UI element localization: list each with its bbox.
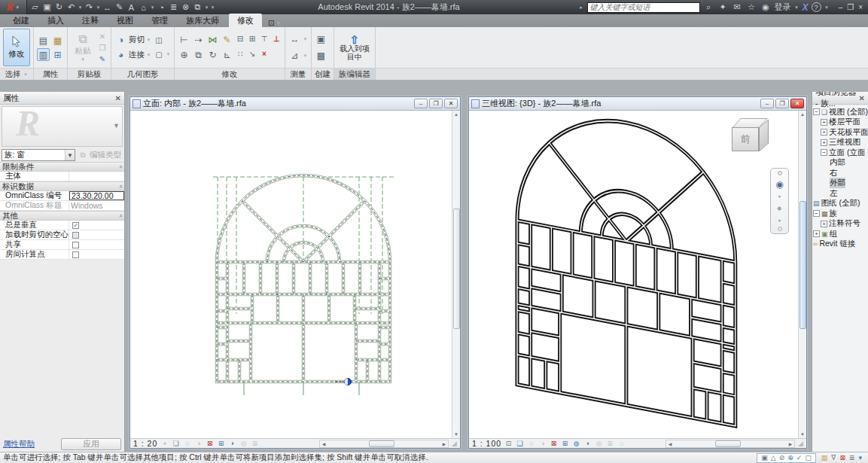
switch-windows-icon[interactable]: ⧉	[192, 1, 203, 14]
cut-voids-checkbox[interactable]	[72, 232, 79, 239]
property-row-omniclass-number[interactable]: OmniClass 编号 23.30.20.00	[0, 191, 124, 201]
tree-item-groups[interactable]: +▣组	[813, 229, 868, 239]
elevation-window-titlebar[interactable]: 立面: 内部 - 族2——幕墙.rfa – ❐ ✕	[130, 97, 460, 111]
modify-tool-button[interactable]: 修改	[3, 29, 30, 66]
restore-button[interactable]: ❐	[847, 3, 854, 11]
family-category-icon[interactable]: ▦	[51, 34, 64, 47]
temporary-hide-icon[interactable]: ◎	[595, 440, 603, 447]
properties-help-link[interactable]: 属性帮助	[3, 439, 35, 449]
solid-forms-icon[interactable]: ◫	[154, 35, 164, 45]
expand-expander[interactable]: +	[821, 129, 827, 136]
tree-item-3d-views[interactable]: +三维视图	[813, 138, 868, 148]
property-row-host[interactable]: 主体	[0, 172, 124, 181]
elevation-close-button[interactable]: ✕	[444, 99, 458, 108]
resize-grip[interactable]: ◢	[452, 440, 457, 447]
expand-expander[interactable]: +	[813, 230, 820, 237]
elevation-restore-button[interactable]: ❐	[429, 99, 443, 108]
3d-drawing-area[interactable]: 前 ◉ ▾ ⌖ ▾	[469, 111, 798, 438]
tree-item-annotation-symbols[interactable]: +注释符号	[813, 219, 868, 230]
tree-item-right[interactable]: 右	[813, 168, 868, 178]
steering-wheel-icon[interactable]: ◉	[775, 179, 783, 190]
help-caret[interactable]: ▾	[824, 5, 830, 11]
tree-item-views[interactable]: −❏视图 (全部)	[813, 107, 868, 117]
mirror-draw-axis-icon[interactable]: ✎	[221, 34, 233, 47]
detail-level-icon[interactable]: ▫	[160, 440, 169, 447]
select-by-face-icon[interactable]: ≣	[849, 454, 855, 461]
scroll-right-icon[interactable]: ▶	[440, 441, 448, 446]
expand-expander[interactable]: +	[821, 119, 827, 126]
scale-label[interactable]: 1 : 20	[133, 439, 157, 448]
split-with-gap-icon[interactable]: ⊞	[247, 34, 257, 44]
panel-label-create[interactable]: 创建	[312, 68, 333, 80]
copy-icon[interactable]: ❐	[97, 42, 108, 53]
dimension-icon[interactable]: ⊿	[288, 50, 301, 62]
filter-icon[interactable]: ▾	[858, 454, 862, 461]
panel-label-geometry[interactable]: 几何图形	[111, 68, 174, 80]
scroll-thumb[interactable]	[799, 201, 806, 329]
reveal-hidden-icon[interactable]: ◖	[228, 440, 236, 447]
tab-manage[interactable]: 管理	[143, 14, 176, 27]
crop-view-icon[interactable]: ⊠	[550, 440, 558, 447]
section-identity-data[interactable]: 标识数据 »	[0, 181, 124, 191]
join-geometry-button[interactable]: ◕ 连接▾	[114, 49, 151, 61]
user-icon[interactable]: ◉	[760, 1, 772, 14]
wheel-caret-icon[interactable]: ▾	[778, 193, 781, 199]
3d-vertical-scrollbar[interactable]: ▲ ▼	[798, 111, 806, 438]
collapse-icon[interactable]: »	[117, 184, 123, 187]
visual-style-icon[interactable]: ❏	[172, 440, 180, 447]
collapse-expander[interactable]: −	[813, 210, 820, 217]
tree-item-elevations[interactable]: −立面 (立面 1)	[813, 148, 868, 158]
property-row-omniclass-title[interactable]: OmniClass 标题 Windows	[0, 201, 124, 211]
elevation-horizontal-scrollbar[interactable]: ◀ ▶	[319, 440, 449, 448]
temporary-hide-icon[interactable]: ◎	[239, 440, 248, 447]
create-group-icon[interactable]: ▣	[315, 33, 327, 46]
view-cube-front-face[interactable]: 前	[732, 127, 759, 151]
rotate-icon[interactable]: ↻	[206, 49, 219, 62]
align-icon[interactable]: ⊢	[178, 34, 190, 47]
load-into-project-button[interactable]: ⇧ 载入到项目中	[337, 29, 372, 66]
mirror-pick-axis-icon[interactable]: ⋈	[206, 34, 219, 47]
panel-label-measure[interactable]: 测量	[285, 68, 311, 80]
exchange-apps-icon[interactable]: X	[803, 2, 809, 13]
tag-icon[interactable]: ✎	[114, 1, 125, 14]
copy-element-icon[interactable]: ⧉	[192, 49, 205, 62]
redo-icon[interactable]: ↷	[84, 1, 95, 14]
reveal-hidden-icon[interactable]: ◖	[583, 440, 592, 447]
sun-path-icon[interactable]: ☼	[527, 440, 535, 447]
properties-palette-icon[interactable]: ▤	[37, 34, 50, 47]
room-calc-point-checkbox[interactable]	[72, 251, 79, 258]
property-row-shared[interactable]: 共享	[0, 240, 124, 250]
tab-annotate[interactable]: 注释	[74, 14, 107, 27]
type-properties-icon[interactable]: ⊞	[51, 48, 64, 61]
tab-create[interactable]: 创建	[5, 14, 38, 27]
delete-icon[interactable]: ×	[259, 49, 270, 59]
close-hidden-windows-icon[interactable]: ⊗	[180, 1, 191, 14]
cut-geometry-button[interactable]: ◑ 剪切▾	[114, 34, 151, 46]
shadows-icon[interactable]: ◑	[194, 440, 203, 447]
favorites-icon[interactable]: ☆	[746, 1, 757, 14]
active-only-icon[interactable]: ⊘	[779, 454, 785, 461]
thin-lines-icon[interactable]: ≣	[168, 1, 179, 14]
panel-label-family-editor[interactable]: 族编辑器	[334, 68, 375, 80]
select-links-icon[interactable]: ▥	[821, 454, 828, 461]
analytical-model-icon[interactable]: ≣	[251, 440, 259, 447]
3d-close-button[interactable]: ✕	[790, 99, 804, 108]
worksets-icon[interactable]: ▣	[761, 454, 768, 461]
ribbon-display-toggle[interactable]: ⊡ ▾	[263, 19, 285, 27]
save-icon[interactable]: ▣	[41, 1, 53, 14]
section-constraints[interactable]: 限制条件 »	[0, 162, 124, 172]
undo-caret[interactable]: ▾	[78, 5, 83, 11]
scroll-left-icon[interactable]: ◀	[666, 441, 674, 446]
properties-close-icon[interactable]: ✕	[115, 94, 121, 102]
panel-label-select[interactable]: 选择▾	[0, 68, 33, 80]
editing-requests-icon[interactable]: ⊕	[787, 454, 793, 461]
project-browser-header[interactable]: 项目浏览器 - 族... ✕	[812, 92, 868, 105]
default-3d-view-icon[interactable]: ⌂	[138, 1, 149, 14]
collapse-icon[interactable]: »	[117, 214, 123, 217]
type-selector-caret-icon[interactable]: ▼	[113, 122, 120, 129]
section-icon[interactable]: ◔	[156, 1, 167, 14]
type-selector-preview[interactable]: R ▼	[2, 106, 123, 147]
property-row-room-calc-point[interactable]: 房间计算点	[0, 250, 124, 260]
3d-window-titlebar[interactable]: 三维视图: {3D} - 族2——幕墙.rfa – ❐ ✕	[469, 97, 806, 111]
navbar-handle-icon[interactable]	[778, 171, 782, 175]
